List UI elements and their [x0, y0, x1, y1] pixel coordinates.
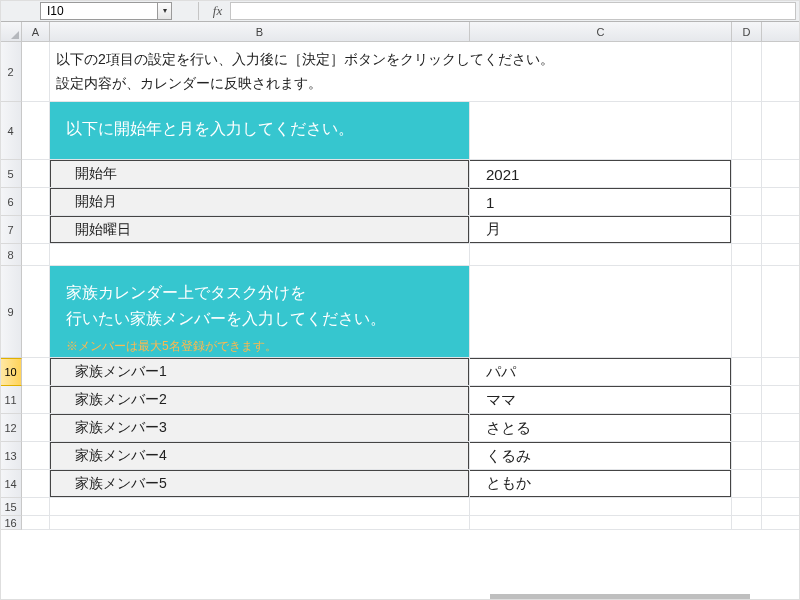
row-header-8[interactable]: 8	[0, 244, 22, 266]
row-header-4[interactable]: 4	[0, 102, 22, 160]
col-header-C[interactable]: C	[470, 22, 732, 42]
cell-A4[interactable]	[22, 102, 50, 160]
row-header-9[interactable]: 9	[0, 266, 22, 358]
cell-C4[interactable]	[470, 102, 732, 160]
row-header-7[interactable]: 7	[0, 216, 22, 244]
formula-bar: I10 ▾ fx	[0, 0, 800, 22]
member2-value[interactable]: ママ	[470, 386, 731, 413]
name-box-value: I10	[47, 4, 64, 18]
section2-heading: 家族カレンダー上でタスク分けを 行いたい家族メンバーを入力してください。 ※メン…	[50, 266, 470, 358]
fx-icon: fx	[213, 3, 222, 19]
row-header-2[interactable]: 2	[0, 42, 22, 102]
name-box[interactable]: I10	[40, 2, 158, 20]
row-header-10[interactable]: 10	[0, 358, 22, 386]
cell-D2[interactable]	[732, 42, 762, 102]
row-header-13[interactable]: 13	[0, 442, 22, 470]
start-month-value[interactable]: 1	[470, 188, 731, 215]
start-month-label: 開始月	[50, 188, 469, 215]
start-year-label: 開始年	[50, 160, 469, 187]
spreadsheet-grid[interactable]: A B C D 2 以下の2項目の設定を行い、入力後に［決定］ボタンをクリックし…	[0, 22, 800, 530]
select-all-corner[interactable]	[0, 22, 22, 42]
cell-B2[interactable]: 以下の2項目の設定を行い、入力後に［決定］ボタンをクリックしてください。 設定内…	[50, 42, 732, 102]
chevron-down-icon: ▾	[163, 6, 167, 15]
row-header-12[interactable]: 12	[0, 414, 22, 442]
cell-D4[interactable]	[732, 102, 762, 160]
row-header-16[interactable]: 16	[0, 516, 22, 530]
row-header-11[interactable]: 11	[0, 386, 22, 414]
col-header-A[interactable]: A	[22, 22, 50, 42]
insert-function-button[interactable]: fx	[198, 2, 226, 20]
row-header-5[interactable]: 5	[0, 160, 22, 188]
instruction-text: 以下の2項目の設定を行い、入力後に［決定］ボタンをクリックしてください。 設定内…	[50, 42, 731, 96]
member5-value[interactable]: ともか	[470, 470, 731, 497]
row-header-15[interactable]: 15	[0, 498, 22, 516]
start-year-value[interactable]: 2021	[470, 160, 731, 187]
start-weekday-value[interactable]: 月	[470, 216, 731, 243]
member5-label: 家族メンバー5	[50, 470, 469, 497]
row-header-6[interactable]: 6	[0, 188, 22, 216]
formula-input[interactable]	[230, 2, 796, 20]
cell-A2[interactable]	[22, 42, 50, 102]
member4-label: 家族メンバー4	[50, 442, 469, 469]
member4-value[interactable]: くるみ	[470, 442, 731, 469]
name-box-dropdown[interactable]: ▾	[158, 2, 172, 20]
col-header-B[interactable]: B	[50, 22, 470, 42]
member1-label: 家族メンバー1	[50, 358, 469, 385]
member2-label: 家族メンバー2	[50, 386, 469, 413]
start-weekday-label: 開始曜日	[50, 216, 469, 243]
col-header-D[interactable]: D	[732, 22, 762, 42]
row-header-14[interactable]: 14	[0, 470, 22, 498]
decorative-shadow	[490, 594, 750, 600]
member-limit-note: ※メンバーは最大5名登録ができます。	[66, 337, 453, 356]
member1-value[interactable]: パパ	[470, 358, 731, 385]
member3-value[interactable]: さとる	[470, 414, 731, 441]
member3-label: 家族メンバー3	[50, 414, 469, 441]
col-header-blank	[762, 22, 800, 42]
section1-heading: 以下に開始年と月を入力してください。	[50, 102, 470, 160]
